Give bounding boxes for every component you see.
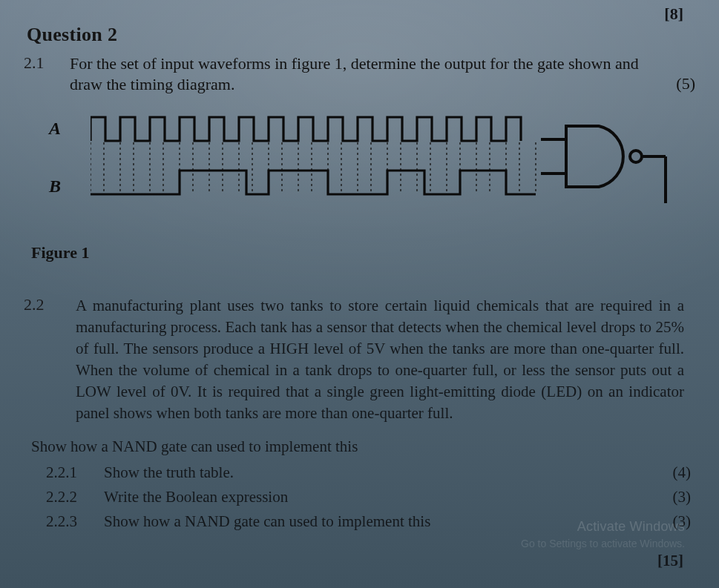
q2-2-instruction: Show how a NAND gate can used to impleme… — [31, 437, 695, 456]
waveform-a — [91, 117, 521, 141]
q2-1-text-line1: For the set of input waveforms in figure… — [70, 53, 639, 74]
q2-1-marks: (5) — [676, 74, 695, 93]
signal-a-label: A — [49, 119, 61, 139]
sub-number: 2.2.3 — [46, 512, 88, 531]
figure-caption: Figure 1 — [31, 243, 695, 262]
q2-1-number: 2.1 — [24, 53, 56, 73]
sub-text: Show the truth table. — [104, 463, 234, 482]
sub-text: Show how a NAND gate can used to impleme… — [104, 512, 430, 531]
nand-gate-icon — [541, 116, 667, 208]
sub-marks: (4) — [673, 463, 696, 482]
q2-2-1: 2.2.1 Show the truth table. (4) — [46, 463, 695, 482]
waveform-b — [91, 171, 536, 194]
q2-2-text: A manufacturing plant uses two tanks to … — [76, 295, 684, 424]
sub-marks: (3) — [673, 488, 696, 506]
windows-watermark-line2: Go to Settings to activate Windows. — [521, 538, 685, 549]
svg-point-33 — [630, 151, 642, 162]
q2-1: 2.1 For the set of input waveforms in fi… — [24, 53, 695, 74]
sub-text: Write the Boolean expression — [104, 488, 288, 506]
q2-2-number: 2.2 — [24, 295, 56, 424]
question-title: Question 2 — [27, 24, 695, 46]
sub-number: 2.2.1 — [46, 463, 88, 482]
figure-1: A B — [24, 111, 695, 237]
windows-watermark-line1: Activate Windows — [577, 519, 685, 535]
sub-number: 2.2.2 — [46, 488, 88, 506]
q2-1-text-line2: draw the timing diagram. — [70, 74, 234, 95]
q2-2-2: 2.2.2 Write the Boolean expression (3) — [46, 488, 695, 506]
question-total-marks: [15] — [657, 552, 683, 570]
exam-page: [8] Question 2 2.1 For the set of input … — [0, 0, 719, 588]
prev-question-marks: [8] — [664, 4, 683, 24]
timing-diagram-icon — [91, 111, 551, 222]
signal-b-label: B — [49, 176, 61, 196]
q2-2: 2.2 A manufacturing plant uses two tanks… — [24, 295, 695, 424]
